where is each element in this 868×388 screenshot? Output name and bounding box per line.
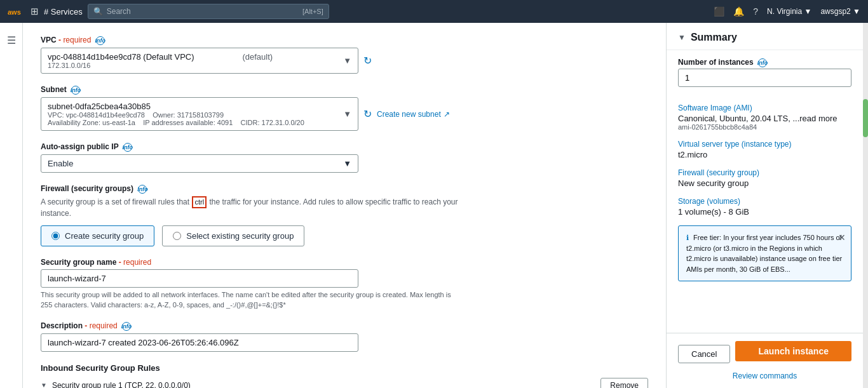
- region-selector[interactable]: N. Virginia ▼: [767, 7, 811, 16]
- free-tier-close-icon[interactable]: ✕: [838, 231, 846, 244]
- sg-desc-info[interactable]: Info: [122, 322, 131, 331]
- vpc-chevron-icon: ▼: [343, 56, 351, 65]
- summary-body: Number of instances Info Software Image …: [667, 50, 863, 333]
- search-shortcut: [Alt+S]: [302, 8, 323, 15]
- vpc-section: VPC - required Info vpc-048814d1b4ee9cd7…: [41, 36, 648, 74]
- scrollbar[interactable]: [863, 23, 868, 388]
- inbound-rules-section: Inbound Security Group Rules ▼ Security …: [41, 363, 648, 388]
- auto-assign-value: Enable: [48, 159, 73, 168]
- instances-label: Number of instances Info: [678, 58, 851, 67]
- vpc-select-row: vpc-048814d1b4ee9cd78 (Default VPC) (def…: [41, 48, 648, 74]
- summary-title: Summary: [691, 32, 737, 43]
- vpc-cidr: 172.31.0.0/16: [48, 62, 343, 69]
- create-security-group-label: Create security group: [65, 231, 144, 241]
- firewall-info[interactable]: Info: [138, 185, 147, 194]
- auto-assign-label: Auto-assign public IP Info: [41, 142, 648, 152]
- vpc-info[interactable]: Info: [96, 36, 105, 45]
- ami-field: Software Image (AMI) Canonical, Ubuntu, …: [678, 104, 851, 131]
- create-subnet-link[interactable]: Create new subnet ↗: [377, 110, 450, 119]
- summary-footer: Cancel Launch instance Review commands: [667, 333, 863, 388]
- storage-field: Storage (volumes) 1 volume(s) - 8 GiB: [678, 197, 851, 217]
- instance-type-label[interactable]: Virtual server type (instance type): [678, 140, 851, 149]
- subnet-details: VPC: vpc-048814d1b4ee9cd78 Owner: 317158…: [48, 111, 343, 119]
- create-security-group-option[interactable]: Create security group: [41, 225, 154, 246]
- instances-field: Number of instances Info: [678, 58, 851, 95]
- instance-type-field: Virtual server type (instance type) t2.m…: [678, 140, 851, 159]
- nav-grid-icon[interactable]: ⊞: [31, 6, 39, 17]
- free-tier-box: ℹ Free tier: In your first year includes…: [678, 225, 851, 281]
- instance-type-value: t2.micro: [678, 150, 851, 159]
- storage-label[interactable]: Storage (volumes): [678, 197, 851, 206]
- firewall-summary-field: Firewall (security group) New security g…: [678, 168, 851, 188]
- auto-assign-select[interactable]: Enable ▼: [41, 154, 358, 173]
- subnet-refresh-icon[interactable]: ↻: [363, 108, 372, 120]
- subnet-section: Subnet Info subnet-0dfa25cbea4a30b85 VPC…: [41, 85, 648, 131]
- search-box[interactable]: 🔍 [Alt+S]: [88, 4, 329, 19]
- summary-chevron-icon: ▼: [678, 33, 686, 42]
- summary-header: ▼ Summary: [667, 23, 863, 50]
- instances-info-icon[interactable]: Info: [758, 58, 767, 67]
- firewall-label: Firewall (security groups) Info: [41, 184, 648, 194]
- auto-assign-info[interactable]: Info: [123, 143, 132, 152]
- subnet-name: subnet-0dfa25cbea4a30b85: [48, 102, 343, 111]
- storage-value: 1 volume(s) - 8 GiB: [678, 207, 851, 217]
- security-group-name-section: Security group name - required This secu…: [41, 258, 648, 310]
- ami-label[interactable]: Software Image (AMI): [678, 104, 851, 112]
- firewall-highlight: ctrl: [192, 196, 207, 208]
- vpc-select[interactable]: vpc-048814d1b4ee9cd78 (Default VPC) (def…: [41, 48, 358, 74]
- summary-panel: ▼ Summary Number of instances Info Softw…: [666, 23, 863, 388]
- ami-value: Canonical, Ubuntu, 20.04 LTS, ...read mo…: [678, 114, 851, 123]
- auto-assign-section: Auto-assign public IP Info Enable ▼: [41, 142, 648, 173]
- remove-rule-button[interactable]: Remove: [600, 378, 648, 388]
- vpc-required-text: required: [63, 36, 91, 44]
- aws-logo: aws: [8, 6, 25, 17]
- vpc-value: vpc-048814d1b4ee9cd78 (Default VPC) (def…: [48, 52, 343, 62]
- sg-name-input[interactable]: [41, 269, 358, 288]
- hamburger-icon[interactable]: ☰: [7, 29, 16, 51]
- main-content: VPC - required Info vpc-048814d1b4ee9cd7…: [23, 23, 666, 388]
- inbound-rules-header: Inbound Security Group Rules: [41, 363, 648, 373]
- aws-cloudshell-icon[interactable]: ⬛: [714, 6, 724, 17]
- nav-right: ⬛ 🔔 ? N. Virginia ▼ awsgsp2 ▼: [714, 6, 860, 17]
- cancel-button[interactable]: Cancel: [678, 345, 730, 363]
- subnet-az: Availability Zone: us-east-1a IP address…: [48, 119, 343, 126]
- rule-label: Security group rule 1 (TCP, 22, 0.0.0.0/…: [52, 381, 191, 388]
- rule-triangle-icon[interactable]: ▼: [41, 382, 47, 388]
- firewall-section: Firewall (security groups) Info A securi…: [41, 184, 648, 246]
- review-commands-link[interactable]: Review commands: [678, 371, 851, 380]
- sg-description-section: Description - required Info: [41, 321, 648, 352]
- side-navigation: ☰: [0, 23, 23, 388]
- ami-id: ami-0261755bbcb8c4a84: [678, 123, 851, 131]
- help-icon[interactable]: ?: [753, 6, 758, 17]
- select-existing-security-group-option[interactable]: Select existing security group: [162, 225, 304, 246]
- subnet-chevron-icon: ▼: [343, 109, 351, 119]
- instances-input[interactable]: [678, 69, 851, 87]
- services-link[interactable]: # Services: [44, 7, 83, 17]
- top-navigation: aws ⊞ # Services 🔍 [Alt+S] ⬛ 🔔 ? N. Virg…: [0, 0, 868, 23]
- firewall-description: A security group is a set of firewall ru…: [41, 196, 460, 219]
- select-existing-security-group-label: Select existing security group: [186, 231, 294, 241]
- subnet-select-row: subnet-0dfa25cbea4a30b85 VPC: vpc-048814…: [41, 97, 648, 131]
- subnet-info[interactable]: Info: [71, 86, 80, 95]
- bell-icon[interactable]: 🔔: [733, 6, 744, 17]
- vpc-refresh-icon[interactable]: ↻: [363, 55, 372, 67]
- firewall-summary-label[interactable]: Firewall (security group): [678, 168, 851, 177]
- launch-instance-button[interactable]: Launch instance: [735, 341, 851, 361]
- scrollbar-thumb: [863, 99, 868, 137]
- app-layout: ☰ VPC - required Info vpc-048814d1b4ee9c…: [0, 23, 868, 388]
- account-menu[interactable]: awsgsp2 ▼: [820, 7, 860, 16]
- search-icon: 🔍: [93, 7, 103, 16]
- sg-name-label: Security group name - required: [41, 258, 648, 267]
- security-rule-row: ▼ Security group rule 1 (TCP, 22, 0.0.0.…: [41, 378, 648, 388]
- svg-text:aws: aws: [8, 8, 21, 16]
- external-link-icon: ↗: [444, 110, 450, 119]
- vpc-label: VPC - required Info: [41, 36, 648, 45]
- firewall-summary-value: New security group: [678, 178, 851, 188]
- sg-desc-input[interactable]: [41, 333, 358, 352]
- firewall-radio-group: Create security group Select existing se…: [41, 225, 648, 246]
- sg-name-helper: This security group will be added to all…: [41, 290, 460, 310]
- search-input[interactable]: [107, 7, 299, 16]
- subnet-select[interactable]: subnet-0dfa25cbea4a30b85 VPC: vpc-048814…: [41, 97, 358, 131]
- free-tier-info-icon: ℹ: [686, 234, 689, 241]
- sg-desc-label: Description - required Info: [41, 321, 648, 331]
